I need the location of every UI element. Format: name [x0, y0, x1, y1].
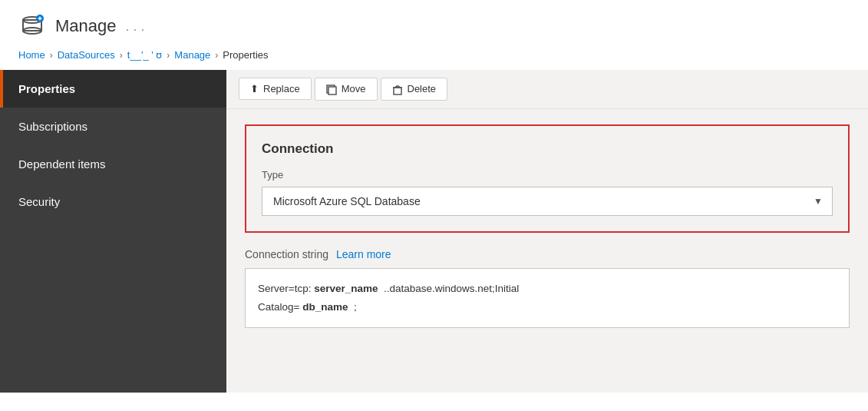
breadcrumb-sep-2: ›	[120, 50, 123, 61]
type-select-wrapper: Microsoft Azure SQL Database SQL Server …	[262, 187, 833, 216]
conn-string-label: Connection string	[245, 248, 328, 260]
sidebar-item-subscriptions[interactable]: Subscriptions	[0, 108, 226, 145]
conn-string-header: Connection string Learn more	[245, 248, 850, 260]
conn-line2-prefix: Catalog=	[258, 301, 302, 313]
breadcrumb-home[interactable]: Home	[18, 49, 45, 61]
connection-string-section: Connection string Learn more Server=tcp:…	[245, 248, 850, 329]
move-label: Move	[342, 83, 366, 94]
move-button[interactable]: Move	[315, 78, 378, 101]
delete-icon	[392, 83, 403, 95]
breadcrumb-item[interactable]: t__'_ ' ʊ	[127, 49, 163, 61]
learn-more-link[interactable]: Learn more	[336, 248, 391, 260]
conn-string-line-2: Catalog= db_name ;	[258, 298, 837, 317]
conn-line2-suffix: ;	[348, 301, 356, 313]
breadcrumb-current: Properties	[223, 49, 268, 61]
connection-title: Connection	[262, 141, 833, 157]
breadcrumb-datasources[interactable]: DataSources	[58, 49, 115, 61]
delete-button[interactable]: Delete	[381, 78, 448, 101]
database-icon	[18, 12, 46, 40]
sidebar-item-properties[interactable]: Properties	[0, 70, 226, 108]
page-title: Manage	[55, 16, 117, 36]
conn-line1-suffix: ..database.windows.net;Initial	[378, 283, 519, 294]
sidebar: Properties Subscriptions Dependent items…	[0, 70, 226, 393]
type-label: Type	[262, 169, 833, 181]
header-subtitle: . . .	[126, 18, 145, 35]
svg-rect-7	[328, 87, 336, 94]
breadcrumb-sep-4: ›	[215, 50, 218, 61]
breadcrumb-sep-3: ›	[167, 50, 170, 61]
replace-icon: ⬆	[250, 83, 259, 94]
breadcrumb: Home › DataSources › t__'_ ' ʊ › Manage …	[0, 46, 868, 70]
replace-button[interactable]: ⬆ Replace	[239, 78, 312, 100]
conn-string-line-1: Server=tcp: server_name ..database.windo…	[258, 280, 837, 298]
sidebar-item-dependent-items[interactable]: Dependent items	[0, 145, 226, 183]
conn-line2-bold: db_name	[302, 301, 348, 313]
page-header: Manage . . .	[0, 0, 868, 46]
conn-line1-bold: server_name	[314, 283, 378, 294]
conn-line1-prefix: Server=tcp:	[258, 283, 314, 294]
toolbar: ⬆ Replace Move	[226, 70, 868, 109]
delete-label: Delete	[408, 83, 437, 94]
svg-rect-8	[394, 88, 401, 94]
content-area: ⬆ Replace Move	[226, 70, 868, 393]
sidebar-item-security[interactable]: Security	[0, 183, 226, 220]
content-body: Connection Type Microsoft Azure SQL Data…	[226, 109, 868, 344]
conn-string-box: Server=tcp: server_name ..database.windo…	[245, 268, 850, 329]
breadcrumb-sep-1: ›	[50, 50, 53, 61]
main-layout: Properties Subscriptions Dependent items…	[0, 70, 868, 393]
breadcrumb-manage[interactable]: Manage	[174, 49, 210, 61]
move-icon	[326, 83, 337, 95]
type-select[interactable]: Microsoft Azure SQL Database SQL Server …	[262, 187, 832, 215]
replace-label: Replace	[263, 83, 300, 94]
connection-box: Connection Type Microsoft Azure SQL Data…	[245, 124, 850, 233]
